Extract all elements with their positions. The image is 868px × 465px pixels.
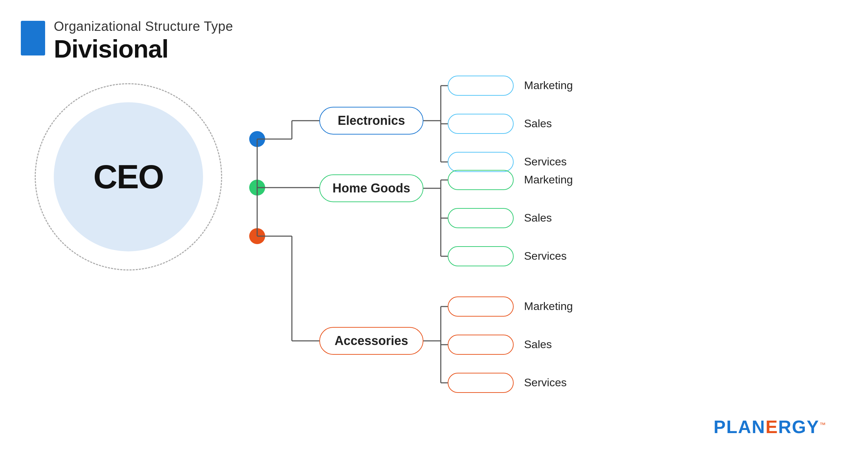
label-electronics-marketing: Marketing bbox=[524, 79, 573, 92]
sub-electronics-sales-box bbox=[448, 114, 514, 134]
label-electronics-services: Services bbox=[524, 155, 567, 168]
accent-bar bbox=[21, 21, 45, 55]
label-electronics-sales: Sales bbox=[524, 117, 552, 130]
title-block: Organizational Structure Type Divisional bbox=[54, 19, 233, 63]
sub-accessories-services-box bbox=[448, 373, 514, 393]
label-accessories-marketing: Marketing bbox=[524, 300, 573, 313]
sub-homegoods-services-box bbox=[448, 246, 514, 266]
label-accessories-sales: Sales bbox=[524, 338, 552, 351]
label-homegoods-sales: Sales bbox=[524, 212, 552, 224]
label-accessories-services: Services bbox=[524, 376, 567, 389]
ceo-circle: CEO bbox=[54, 102, 203, 251]
sub-homegoods-sales-box bbox=[448, 208, 514, 228]
sub-electronics-services-box bbox=[448, 152, 514, 172]
sub-electronics-marketing-box bbox=[448, 76, 514, 96]
main-title: Divisional bbox=[54, 35, 233, 63]
ceo-label: CEO bbox=[93, 158, 163, 196]
sub-accessories-sales-box bbox=[448, 335, 514, 355]
label-homegoods-marketing: Marketing bbox=[524, 173, 573, 186]
connector-dot-green bbox=[249, 180, 265, 196]
division-homegoods: Home Goods bbox=[319, 174, 423, 202]
division-accessories: Accessories bbox=[319, 327, 423, 355]
sub-accessories-marketing-box bbox=[448, 296, 514, 317]
connector-dot-orange bbox=[249, 228, 265, 244]
planergy-logo: PLANERGY™ bbox=[714, 416, 826, 437]
sub-homegoods-marketing-box bbox=[448, 170, 514, 190]
connector-dot-blue bbox=[249, 131, 265, 147]
label-homegoods-services: Services bbox=[524, 250, 567, 262]
subtitle: Organizational Structure Type bbox=[54, 19, 233, 34]
division-electronics: Electronics bbox=[319, 107, 423, 135]
